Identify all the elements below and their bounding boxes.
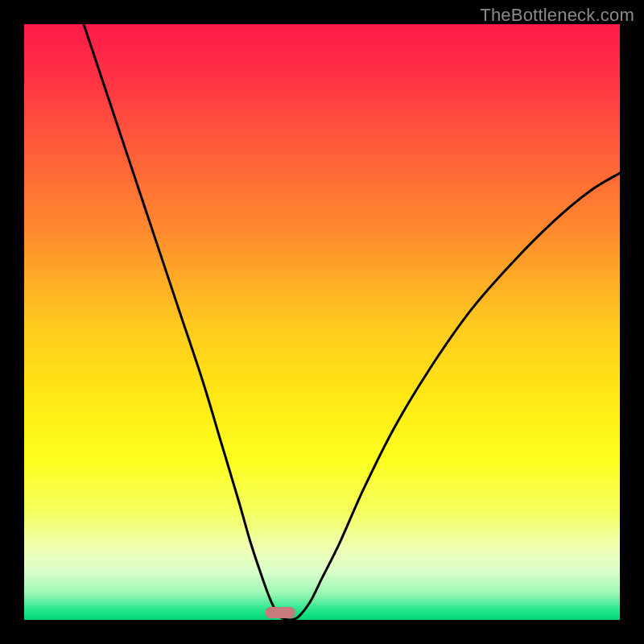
watermark-text: TheBottleneck.com — [480, 5, 634, 26]
bottleneck-chart — [24, 24, 620, 620]
minimum-marker — [266, 607, 295, 618]
chart-frame: TheBottleneck.com — [0, 0, 644, 644]
plot-area — [24, 24, 620, 620]
